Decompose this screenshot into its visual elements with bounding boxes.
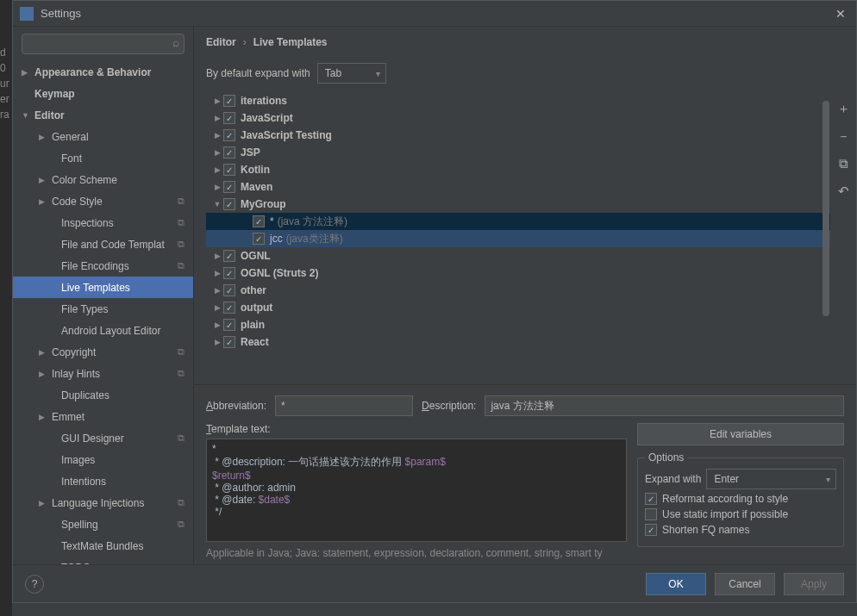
- nav-item-editor[interactable]: ▼Editor: [13, 104, 193, 126]
- nav-item-language-injections[interactable]: ▶Language Injections⧉: [13, 492, 193, 513]
- nav-item-gui-designer[interactable]: GUI Designer⧉: [13, 427, 193, 449]
- chevron-icon: ▶: [39, 348, 45, 357]
- nav-item-appearance-behavior[interactable]: ▶Appearance & Behavior: [13, 61, 193, 83]
- chevron-icon: ▶: [39, 176, 45, 184]
- template-group-mygroup[interactable]: ▼MyGroup: [206, 196, 830, 213]
- template-group-plain[interactable]: ▶plain: [206, 316, 830, 333]
- desc-label: Description:: [422, 400, 476, 412]
- enable-checkbox[interactable]: [223, 336, 235, 348]
- abbr-label: AAbbreviation:bbreviation:: [206, 400, 266, 412]
- template-group-iterations[interactable]: ▶iterations: [206, 92, 830, 109]
- default-expand-combo[interactable]: Tab: [317, 63, 386, 84]
- chevron-icon: ▶: [211, 131, 223, 140]
- enable-checkbox[interactable]: [223, 284, 235, 296]
- enable-checkbox[interactable]: [223, 319, 235, 331]
- enable-checkbox[interactable]: [223, 302, 235, 314]
- nav-item-textmate-bundles[interactable]: TextMate Bundles: [13, 535, 193, 557]
- close-icon[interactable]: ✕: [832, 3, 849, 24]
- nav-item-copyright[interactable]: ▶Copyright⧉: [13, 341, 193, 363]
- template-group-ognl[interactable]: ▶OGNL: [206, 247, 830, 264]
- revert-icon[interactable]: ↶: [836, 184, 850, 197]
- chevron-icon: ▶: [211, 183, 223, 191]
- main-panel: Editor›Live Templates By default expand …: [194, 27, 856, 564]
- template-group-ognl-struts-2-[interactable]: ▶OGNL (Struts 2): [206, 264, 830, 282]
- description-input[interactable]: [485, 395, 844, 416]
- nav-item-emmet[interactable]: ▶Emmet: [13, 406, 193, 427]
- cancel-button[interactable]: Cancel: [715, 573, 775, 595]
- template-text-input[interactable]: * * @description: 一句话描述该方法的作用 $param$ $r…: [206, 439, 627, 542]
- chevron-icon: ▶: [39, 413, 45, 421]
- chevron-icon: ▶: [211, 269, 223, 277]
- settings-sidebar: ▶Appearance & BehaviorKeymap▼Editor▶Gene…: [13, 27, 194, 564]
- template-group-other[interactable]: ▶other: [206, 282, 830, 299]
- template-group-javascript[interactable]: ▶JavaScript: [206, 109, 830, 127]
- window-title: Settings: [41, 7, 832, 20]
- app-icon: [20, 7, 34, 21]
- enable-checkbox[interactable]: [223, 129, 235, 141]
- enable-checkbox[interactable]: [253, 215, 265, 227]
- template-group-maven[interactable]: ▶Maven: [206, 178, 830, 196]
- template-group-output[interactable]: ▶output: [206, 299, 830, 316]
- applicable-contexts: Applicable in Java; Java: statement, exp…: [206, 542, 627, 559]
- apply-button[interactable]: Apply: [784, 573, 844, 595]
- template-tree[interactable]: ▶iterations▶JavaScript▶JavaScript Testin…: [206, 92, 830, 384]
- nav-item-file-encodings[interactable]: File Encodings⧉: [13, 255, 193, 277]
- enable-checkbox[interactable]: [223, 198, 235, 210]
- nav-item-general[interactable]: ▶General: [13, 126, 193, 147]
- chevron-icon: ▶: [211, 165, 223, 174]
- search-input[interactable]: [22, 34, 185, 54]
- nav-item-inspections[interactable]: Inspections⧉: [13, 212, 193, 233]
- enable-checkbox[interactable]: [223, 181, 235, 193]
- nav-item-file-types[interactable]: File Types: [13, 298, 193, 320]
- help-button[interactable]: ?: [25, 575, 44, 594]
- nav-item-code-style[interactable]: ▶Code Style⧉: [13, 190, 193, 212]
- enable-checkbox[interactable]: [223, 164, 235, 176]
- scope-icon: ⧉: [178, 519, 185, 530]
- nav-item-images[interactable]: Images: [13, 449, 193, 470]
- copy-icon[interactable]: ⧉: [836, 156, 850, 170]
- remove-icon[interactable]: －: [836, 128, 850, 142]
- abbreviation-input[interactable]: [275, 395, 413, 416]
- chevron-icon: ▶: [39, 499, 45, 507]
- template-group-jsp[interactable]: ▶JSP: [206, 144, 830, 161]
- template-group-javascript-testing[interactable]: ▶JavaScript Testing: [206, 127, 830, 144]
- enable-checkbox[interactable]: [223, 95, 235, 107]
- enable-checkbox[interactable]: [223, 250, 235, 262]
- edit-variables-button[interactable]: Edit variables: [637, 423, 844, 445]
- nav-item-duplicates[interactable]: Duplicates: [13, 384, 193, 406]
- nav-item-intentions[interactable]: Intentions: [13, 470, 193, 492]
- chevron-icon: ▶: [211, 320, 223, 329]
- shorten-fq-checkbox[interactable]: [645, 524, 657, 536]
- nav-item-file-and-code-templat[interactable]: File and Code Templat⧉: [13, 233, 193, 255]
- template-group--[interactable]: *(java 方法注释): [206, 213, 830, 230]
- reformat-checkbox[interactable]: [645, 493, 657, 505]
- chevron-icon: ▶: [211, 96, 223, 105]
- enable-checkbox[interactable]: [223, 267, 235, 279]
- nav-item-inlay-hints[interactable]: ▶Inlay Hints⧉: [13, 363, 193, 384]
- scrollbar[interactable]: [822, 92, 830, 384]
- nav-item-font[interactable]: Font: [13, 147, 193, 169]
- nav-item-color-scheme[interactable]: ▶Color Scheme: [13, 169, 193, 190]
- scope-icon: ⧉: [178, 432, 185, 444]
- expand-with-combo[interactable]: Enter: [706, 469, 836, 489]
- nav-item-keymap[interactable]: Keymap: [13, 83, 193, 104]
- template-group-react[interactable]: ▶React: [206, 333, 830, 351]
- enable-checkbox[interactable]: [253, 233, 265, 245]
- static-import-checkbox[interactable]: [645, 508, 657, 520]
- nav-item-todo[interactable]: TODO: [13, 557, 193, 564]
- add-icon[interactable]: ＋: [836, 101, 850, 115]
- template-group-jcc[interactable]: jcc(java类注释): [206, 230, 830, 247]
- nav-item-android-layout-editor[interactable]: Android Layout Editor: [13, 320, 193, 341]
- chevron-icon: ▶: [211, 338, 223, 346]
- scope-icon: ⧉: [178, 196, 185, 207]
- nav-item-spelling[interactable]: Spelling⧉: [13, 513, 193, 535]
- scope-icon: ⧉: [178, 217, 185, 228]
- chevron-icon: ▶: [211, 303, 223, 312]
- enable-checkbox[interactable]: [223, 146, 235, 159]
- template-group-kotlin[interactable]: ▶Kotlin: [206, 161, 830, 178]
- settings-dialog: Settings ✕ ▶Appearance & BehaviorKeymap▼…: [12, 0, 857, 603]
- nav-item-live-templates[interactable]: Live Templates: [13, 277, 193, 298]
- ok-button[interactable]: OK: [646, 573, 706, 595]
- chevron-icon: ▶: [211, 252, 223, 260]
- enable-checkbox[interactable]: [223, 112, 235, 124]
